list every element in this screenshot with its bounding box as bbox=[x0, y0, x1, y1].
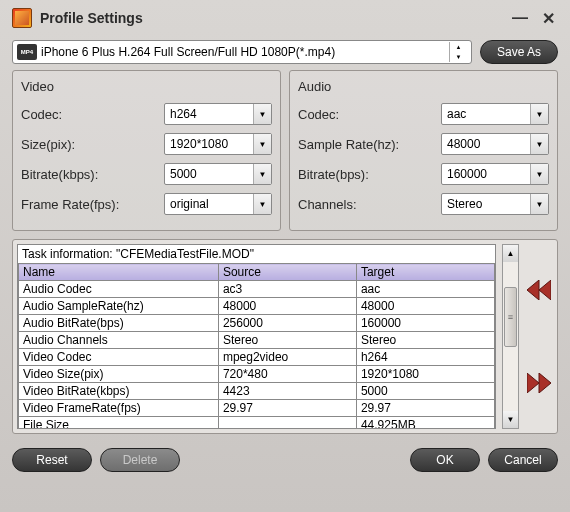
table-row[interactable]: Video Codecmpeg2videoh264 bbox=[19, 349, 495, 366]
delete-button: Delete bbox=[100, 448, 180, 472]
cell-source: 29.97 bbox=[218, 400, 356, 417]
prev-task-button[interactable] bbox=[527, 280, 551, 300]
svg-marker-3 bbox=[539, 373, 551, 393]
audio-samplerate-combo[interactable]: 48000▼ bbox=[441, 133, 549, 155]
audio-bitrate-label: Bitrate(bps): bbox=[298, 167, 441, 182]
audio-group: Audio Codec:aac▼ Sample Rate(hz):48000▼ … bbox=[289, 70, 558, 231]
audio-channels-label: Channels: bbox=[298, 197, 441, 212]
video-framerate-label: Frame Rate(fps): bbox=[21, 197, 164, 212]
video-group: Video Codec:h264▼ Size(pix):1920*1080▼ B… bbox=[12, 70, 281, 231]
cell-source: mpeg2video bbox=[218, 349, 356, 366]
cell-name: Audio BitRate(bps) bbox=[19, 315, 219, 332]
audio-channels-combo[interactable]: Stereo▼ bbox=[441, 193, 549, 215]
chevron-down-icon[interactable]: ▼ bbox=[253, 134, 271, 154]
audio-codec-label: Codec: bbox=[298, 107, 441, 122]
cell-source: 720*480 bbox=[218, 366, 356, 383]
save-as-button[interactable]: Save As bbox=[480, 40, 558, 64]
table-row[interactable]: Video Size(pix)720*4801920*1080 bbox=[19, 366, 495, 383]
table-row[interactable]: Video FrameRate(fps)29.9729.97 bbox=[19, 400, 495, 417]
svg-marker-2 bbox=[527, 373, 539, 393]
table-row[interactable]: Audio ChannelsStereoStereo bbox=[19, 332, 495, 349]
chevron-down-icon[interactable]: ▼ bbox=[530, 164, 548, 184]
video-codec-label: Codec: bbox=[21, 107, 164, 122]
scroll-thumb[interactable] bbox=[504, 287, 517, 347]
chevron-down-icon[interactable]: ▼ bbox=[253, 164, 271, 184]
task-table-wrap: Task information: "CFEMediaTestFile.MOD"… bbox=[17, 244, 496, 429]
cell-name: Audio SampleRate(hz) bbox=[19, 298, 219, 315]
cell-source: 256000 bbox=[218, 315, 356, 332]
cell-target: 5000 bbox=[356, 383, 494, 400]
close-button[interactable]: ✕ bbox=[538, 9, 558, 27]
next-task-button[interactable] bbox=[527, 373, 551, 393]
cell-name: Video Codec bbox=[19, 349, 219, 366]
audio-codec-combo[interactable]: aac▼ bbox=[441, 103, 549, 125]
footer: Reset Delete OK Cancel bbox=[0, 442, 570, 482]
task-panel: Task information: "CFEMediaTestFile.MOD"… bbox=[12, 239, 558, 434]
table-row[interactable]: Audio BitRate(bps)256000160000 bbox=[19, 315, 495, 332]
cell-name: Video FrameRate(fps) bbox=[19, 400, 219, 417]
video-codec-combo[interactable]: h264▼ bbox=[164, 103, 272, 125]
app-icon bbox=[12, 8, 32, 28]
minimize-button[interactable]: — bbox=[510, 9, 530, 27]
profile-spinner[interactable]: ▲▼ bbox=[449, 42, 467, 62]
video-bitrate-label: Bitrate(kbps): bbox=[21, 167, 164, 182]
chevron-down-icon[interactable]: ▼ bbox=[530, 194, 548, 214]
chevron-down-icon[interactable]: ▼ bbox=[530, 104, 548, 124]
chevron-down-icon[interactable]: ▼ bbox=[253, 194, 271, 214]
table-row[interactable]: Audio Codecac3aac bbox=[19, 281, 495, 298]
scroll-down-icon[interactable]: ▼ bbox=[503, 411, 518, 428]
scroll-up-icon[interactable]: ▲ bbox=[503, 245, 518, 262]
table-row[interactable]: File Size44.925MB bbox=[19, 417, 495, 430]
cell-target: h264 bbox=[356, 349, 494, 366]
cell-name: Audio Channels bbox=[19, 332, 219, 349]
col-source[interactable]: Source bbox=[218, 264, 356, 281]
window-title: Profile Settings bbox=[40, 10, 502, 26]
chevron-down-icon[interactable]: ▼ bbox=[530, 134, 548, 154]
profile-selected-text: iPhone 6 Plus H.264 Full Screen/Full HD … bbox=[41, 45, 449, 59]
cell-source: 48000 bbox=[218, 298, 356, 315]
cell-target: 44.925MB bbox=[356, 417, 494, 430]
cell-source: Stereo bbox=[218, 332, 356, 349]
profile-select[interactable]: MP4 iPhone 6 Plus H.264 Full Screen/Full… bbox=[12, 40, 472, 64]
table-row[interactable]: Audio SampleRate(hz)4800048000 bbox=[19, 298, 495, 315]
profile-format-icon: MP4 bbox=[17, 44, 37, 60]
cancel-button[interactable]: Cancel bbox=[488, 448, 558, 472]
col-target[interactable]: Target bbox=[356, 264, 494, 281]
cell-name: File Size bbox=[19, 417, 219, 430]
col-name[interactable]: Name bbox=[19, 264, 219, 281]
audio-samplerate-label: Sample Rate(hz): bbox=[298, 137, 441, 152]
audio-bitrate-combo[interactable]: 160000▼ bbox=[441, 163, 549, 185]
audio-title: Audio bbox=[298, 79, 549, 94]
video-bitrate-combo[interactable]: 5000▼ bbox=[164, 163, 272, 185]
video-size-label: Size(pix): bbox=[21, 137, 164, 152]
cell-source: ac3 bbox=[218, 281, 356, 298]
cell-target: 1920*1080 bbox=[356, 366, 494, 383]
ok-button[interactable]: OK bbox=[410, 448, 480, 472]
cell-name: Video Size(pix) bbox=[19, 366, 219, 383]
cell-target: Stereo bbox=[356, 332, 494, 349]
task-table: Name Source Target Audio Codecac3aacAudi… bbox=[18, 263, 495, 429]
reset-button[interactable]: Reset bbox=[12, 448, 92, 472]
svg-marker-0 bbox=[527, 280, 539, 300]
cell-name: Audio Codec bbox=[19, 281, 219, 298]
chevron-down-icon[interactable]: ▼ bbox=[253, 104, 271, 124]
cell-target: aac bbox=[356, 281, 494, 298]
task-info-label: Task information: "CFEMediaTestFile.MOD" bbox=[18, 245, 495, 263]
scrollbar[interactable]: ▲ ▼ bbox=[502, 244, 519, 429]
cell-target: 29.97 bbox=[356, 400, 494, 417]
scroll-track[interactable] bbox=[503, 262, 518, 411]
svg-marker-1 bbox=[539, 280, 551, 300]
video-framerate-combo[interactable]: original▼ bbox=[164, 193, 272, 215]
cell-source bbox=[218, 417, 356, 430]
cell-target: 160000 bbox=[356, 315, 494, 332]
cell-source: 4423 bbox=[218, 383, 356, 400]
table-row[interactable]: Video BitRate(kbps)44235000 bbox=[19, 383, 495, 400]
cell-name: Video BitRate(kbps) bbox=[19, 383, 219, 400]
titlebar: Profile Settings — ✕ bbox=[0, 0, 570, 36]
video-size-combo[interactable]: 1920*1080▼ bbox=[164, 133, 272, 155]
video-title: Video bbox=[21, 79, 272, 94]
cell-target: 48000 bbox=[356, 298, 494, 315]
